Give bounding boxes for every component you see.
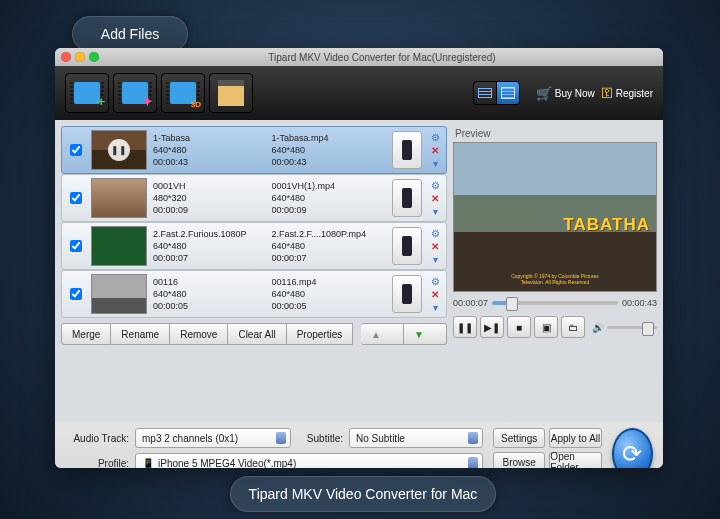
volume-icon: 🔊 <box>592 322 604 333</box>
pause-icon: ❚❚ <box>108 139 130 161</box>
row-thumbnail <box>91 274 147 314</box>
output-info: 1-Tabasa.mp4640*48000:00:43 <box>272 132 387 168</box>
phone-icon <box>402 236 412 256</box>
move-up-button[interactable]: ▲ <box>361 323 404 345</box>
row-down-button[interactable]: ▾ <box>428 254 442 265</box>
settings-button[interactable]: Settings <box>493 428 545 448</box>
row-thumbnail <box>91 226 147 266</box>
output-device[interactable] <box>392 275 422 313</box>
key-icon: ⚿ <box>601 86 613 100</box>
register-button[interactable]: ⚿Register <box>601 86 653 100</box>
row-remove-button[interactable]: ✕ <box>428 145 442 156</box>
convert-button[interactable]: ⟳ <box>612 428 653 468</box>
clear-all-button[interactable]: Clear All <box>228 323 286 345</box>
subtitle-label: Subtitle: <box>297 433 343 444</box>
row-remove-button[interactable]: ✕ <box>428 241 442 252</box>
main-toolbar: + ✦ 3D 🛒Buy Now ⚿Register <box>55 66 663 120</box>
output-device[interactable] <box>392 131 422 169</box>
row-checkbox[interactable] <box>70 288 82 300</box>
audio-track-select[interactable]: mp3 2 channels (0x1) <box>135 428 291 448</box>
window-close-button[interactable] <box>61 52 71 62</box>
row-checkbox[interactable] <box>70 240 82 252</box>
three-d-icon: 3D <box>191 100 201 109</box>
row-up-button[interactable]: ⚙ <box>428 276 442 287</box>
next-frame-button[interactable]: ▶❚ <box>480 316 504 338</box>
file-row[interactable]: 0001VH480*32000:00:090001VH(1).mp4640*48… <box>61 174 447 222</box>
properties-button[interactable]: Properties <box>287 323 354 345</box>
preview-screen[interactable]: TABATHA Copyright © 1974 by Columbia Pic… <box>453 142 657 292</box>
rename-button[interactable]: Rename <box>111 323 170 345</box>
add-files-button[interactable]: + <box>65 73 109 113</box>
play-pause-button[interactable]: ❚❚ <box>453 316 477 338</box>
file-row[interactable]: 2.Fast.2.Furious.1080P640*48000:00:072.F… <box>61 222 447 270</box>
wand-icon: ✦ <box>142 94 153 109</box>
window-zoom-button[interactable] <box>89 52 99 62</box>
edit-video-button[interactable]: ✦ <box>113 73 157 113</box>
cart-icon: 🛒 <box>536 86 552 101</box>
output-info: 2.Fast.2.F....1080P.mp4640*48000:00:07 <box>272 228 387 264</box>
file-row[interactable]: 00116640*48000:00:0500116.mp4640*48000:0… <box>61 270 447 318</box>
convert-3d-button[interactable]: 3D <box>161 73 205 113</box>
clapper-icon <box>218 80 244 106</box>
trim-button[interactable] <box>209 73 253 113</box>
file-row[interactable]: ❚❚1-Tabasa640*48000:00:431-Tabasa.mp4640… <box>61 126 447 174</box>
preview-credits: Copyright © 1974 by Columbia PicturesTel… <box>454 273 656 285</box>
row-down-button[interactable]: ▾ <box>428 206 442 217</box>
window-minimize-button[interactable] <box>75 52 85 62</box>
row-down-button[interactable]: ▾ <box>428 302 442 313</box>
phone-icon <box>402 140 412 160</box>
camera-icon: ▣ <box>542 322 551 333</box>
subtitle-select[interactable]: No Subtitle <box>349 428 483 448</box>
move-down-button[interactable]: ▼ <box>404 323 447 345</box>
time-current: 00:00:07 <box>453 298 488 308</box>
snapshot-button[interactable]: ▣ <box>534 316 558 338</box>
view-detail-button[interactable] <box>496 81 520 105</box>
row-up-button[interactable]: ⚙ <box>428 180 442 191</box>
titlebar: Tipard MKV Video Converter for Mac(Unreg… <box>55 48 663 66</box>
apply-to-all-button[interactable]: Apply to All <box>549 428 601 448</box>
convert-icon: ⟳ <box>622 440 642 468</box>
time-total: 00:00:43 <box>622 298 657 308</box>
row-remove-button[interactable]: ✕ <box>428 193 442 204</box>
row-up-button[interactable]: ⚙ <box>428 132 442 143</box>
browse-button[interactable]: Browse <box>493 452 545 468</box>
source-info: 1-Tabasa640*48000:00:43 <box>153 132 268 168</box>
stop-icon: ■ <box>516 322 522 333</box>
row-down-button[interactable]: ▾ <box>428 158 442 169</box>
stop-button[interactable]: ■ <box>507 316 531 338</box>
pause-icon: ❚❚ <box>457 322 473 333</box>
phone-icon <box>402 284 412 304</box>
source-info: 2.Fast.2.Furious.1080P640*48000:00:07 <box>153 228 268 264</box>
plus-icon: + <box>97 94 105 109</box>
view-list-button[interactable] <box>473 81 496 105</box>
source-info: 0001VH480*32000:00:09 <box>153 180 268 216</box>
output-device[interactable] <box>392 227 422 265</box>
merge-button[interactable]: Merge <box>61 323 111 345</box>
preview-label: Preview <box>455 128 657 139</box>
preview-panel: Preview TABATHA Copyright © 1974 by Colu… <box>453 126 657 416</box>
output-info: 0001VH(1).mp4640*48000:00:09 <box>272 180 387 216</box>
output-info: 00116.mp4640*48000:00:05 <box>272 276 387 312</box>
callout-add-files: Add Files <box>72 16 188 52</box>
list-icon <box>478 88 492 98</box>
profile-select[interactable]: 📱iPhone 5 MPEG4 Video(*.mp4) <box>135 453 483 468</box>
window-title: Tipard MKV Video Converter for Mac(Unreg… <box>107 52 657 63</box>
row-checkbox[interactable] <box>70 192 82 204</box>
phone-icon <box>402 188 412 208</box>
row-thumbnail: ❚❚ <box>91 130 147 170</box>
buy-now-button[interactable]: 🛒Buy Now <box>536 86 595 101</box>
remove-button[interactable]: Remove <box>170 323 228 345</box>
row-checkbox[interactable] <box>70 144 82 156</box>
row-remove-button[interactable]: ✕ <box>428 289 442 300</box>
volume-slider[interactable] <box>607 326 657 329</box>
callout-app-name: Tipard MKV Video Converter for Mac <box>230 476 496 512</box>
open-folder-button[interactable]: Open Folder <box>549 452 601 468</box>
output-device[interactable] <box>392 179 422 217</box>
seek-slider[interactable] <box>492 301 618 305</box>
detail-icon <box>501 87 515 99</box>
snapshot-folder-button[interactable]: 🗀 <box>561 316 585 338</box>
desktop-background: Add Files Tipard MKV Video Converter for… <box>0 0 720 519</box>
row-up-button[interactable]: ⚙ <box>428 228 442 239</box>
app-window: Tipard MKV Video Converter for Mac(Unreg… <box>55 48 663 468</box>
file-list: ❚❚1-Tabasa640*48000:00:431-Tabasa.mp4640… <box>61 126 447 416</box>
